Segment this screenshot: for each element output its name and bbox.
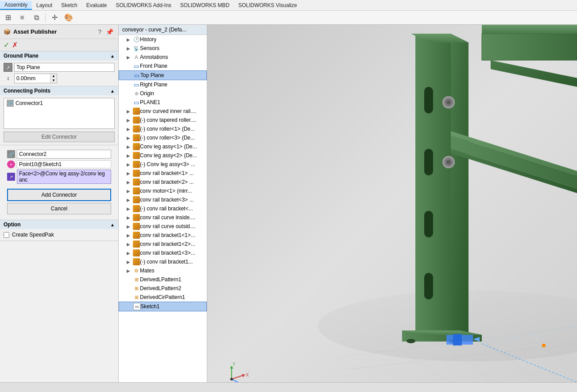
option-section: Option ▲ Create SpeedPak — [0, 220, 118, 241]
comp2-label: (-) conv tapered roller.... — [140, 117, 196, 123]
spin-up-btn[interactable]: ▲ — [50, 74, 57, 78]
comp3-label: (-) conv roller<1> (De... — [140, 126, 195, 132]
status-bar — [0, 382, 577, 392]
tree-item-comp6[interactable]: ▶ Conv leg assy<2> (De... — [119, 151, 207, 160]
speedpak-checkbox[interactable] — [4, 232, 9, 238]
tree-item-pattern2[interactable]: ⊞ DerivedLPattern2 — [119, 284, 207, 293]
comp5-icon — [133, 143, 140, 150]
tree-item-sensors[interactable]: ▶ 📡 Sensors — [119, 44, 207, 53]
toolbar-plus-btn[interactable]: ✛ — [48, 12, 61, 24]
tree-item-mates[interactable]: ▶ ⚙ Mates — [119, 266, 207, 275]
tree-item-right-plane[interactable]: ▭ Right Plane — [119, 80, 207, 89]
pattern2-icon: ⊞ — [133, 285, 140, 292]
comp4-icon — [133, 134, 140, 141]
tree-item-comp5[interactable]: ▶ Conv leg assy<1> (De... — [119, 142, 207, 151]
tree-item-comp12[interactable]: ▶ (-) conv rail bracket<... — [119, 204, 207, 213]
comp3-icon — [133, 125, 140, 132]
comp13-icon — [133, 214, 140, 221]
comp4-label: (-) conv roller<3> (De... — [140, 135, 195, 141]
front-plane-icon: ▭ — [133, 62, 140, 70]
menu-sketch[interactable]: Sketch — [57, 1, 82, 9]
comp9-arrow: ▶ — [127, 180, 133, 185]
connector2-name-input[interactable] — [17, 150, 111, 159]
add-connector-btn[interactable]: Add Connector — [7, 189, 111, 201]
tree-item-pattern1[interactable]: ⊞ DerivedLPattern1 — [119, 275, 207, 284]
confirm-icon[interactable]: ✓ — [4, 41, 9, 49]
menu-visualize[interactable]: SOLIDWORKS Visualize — [234, 1, 302, 9]
tree-item-comp2[interactable]: ▶ (-) conv tapered roller.... — [119, 116, 207, 124]
option-body: Create SpeedPak — [0, 229, 118, 241]
tree-item-comp15[interactable]: ▶ conv rail bracket1<1>... — [119, 231, 207, 240]
pattern3-label: DerivedCirPattern1 — [140, 294, 185, 300]
tree-item-comp7[interactable]: ▶ (-) Conv leg assy<3> ... — [119, 160, 207, 169]
tree-item-comp11[interactable]: ▶ conv rail bracket<3> ... — [119, 195, 207, 204]
comp9-icon — [133, 179, 140, 186]
comp2-icon — [133, 116, 140, 124]
tree-item-history[interactable]: ▶ 🕐 History — [119, 35, 207, 44]
tree-item-comp10[interactable]: ▶ conv motor<1> (mirr... — [119, 186, 207, 195]
front-plane-label: Front Plane — [140, 63, 167, 69]
tree-item-comp18[interactable]: ▶ (-) conv rail bracket1... — [119, 257, 207, 266]
tree-item-sketch1[interactable]: ▭ Sketch1 — [119, 302, 207, 311]
spin-down-btn[interactable]: ▼ — [50, 78, 57, 83]
speedpak-label: Create SpeedPak — [12, 232, 54, 238]
toolbar-color-btn[interactable]: 🎨 — [62, 12, 75, 24]
tree-item-comp14[interactable]: ▶ conv rail curve outsid.... — [119, 222, 207, 231]
option-header[interactable]: Option ▲ — [0, 220, 118, 229]
connector1-icon: 🔗 — [7, 100, 14, 107]
ground-plane-chevron: ▲ — [110, 54, 115, 58]
comp7-arrow: ▶ — [127, 162, 133, 167]
edit-connector-btn[interactable]: Edit Connector — [4, 132, 115, 142]
sketch1-label: Sketch1 — [140, 303, 159, 310]
pattern3-arrow — [127, 295, 133, 300]
origin-label: Origin — [140, 90, 154, 97]
sensors-label: Sensors — [140, 45, 159, 51]
tree-item-top-plane[interactable]: ▭ Top Plane — [119, 70, 207, 80]
comp8-icon — [133, 170, 140, 177]
cancel-connector-btn[interactable]: Cancel — [7, 203, 111, 214]
panel-pin-icon[interactable]: 📌 — [105, 28, 115, 36]
menu-evaluate[interactable]: Evaluate — [82, 1, 112, 9]
toolbar-list-btn[interactable]: ≡ — [16, 12, 28, 24]
tree-item-origin[interactable]: ⊕ Origin — [119, 89, 207, 98]
cancel-icon[interactable]: ✗ — [12, 41, 18, 49]
menu-mbd[interactable]: SOLIDWORKS MBD — [176, 1, 234, 9]
tree-item-comp4[interactable]: ▶ (-) conv roller<3> (De... — [119, 133, 207, 142]
tree-item-comp16[interactable]: ▶ conv rail bracket1<2>... — [119, 240, 207, 248]
tree-root[interactable]: conveyor - curve_2 (Defa... — [119, 25, 207, 35]
tree-item-comp1[interactable]: ▶ conv curved inner rail.... — [119, 107, 207, 116]
tree-item-front-plane[interactable]: ▭ Front Plane — [119, 62, 207, 70]
tree-item-comp8[interactable]: ▶ conv rail bracket<1> ... — [119, 169, 207, 178]
comp9-label: conv rail bracket<2> ... — [140, 179, 194, 185]
comp10-arrow: ▶ — [127, 189, 133, 194]
connecting-points-header[interactable]: Connecting Points ▲ — [0, 86, 118, 95]
tree-item-comp3[interactable]: ▶ (-) conv roller<1> (De... — [119, 124, 207, 133]
connector2-name-row: 🔗 — [4, 150, 115, 160]
tree-item-pattern3[interactable]: ⊞ DerivedCirPattern1 — [119, 293, 207, 302]
mates-arrow: ▶ — [127, 268, 133, 273]
comp15-icon — [133, 232, 140, 239]
toolbar-grid-btn[interactable]: ⊞ — [2, 12, 14, 24]
tree-item-annotations[interactable]: ▶ A Annotations — [119, 53, 207, 62]
ground-plane-input[interactable] — [14, 63, 115, 72]
connector1-item[interactable]: 🔗 Connector1 — [4, 98, 114, 108]
option-chevron: ▲ — [110, 222, 115, 227]
menu-assembly[interactable]: Assembly — [0, 1, 32, 10]
pattern1-icon: ⊞ — [133, 276, 140, 283]
tree-item-comp9[interactable]: ▶ conv rail bracket<2> ... — [119, 178, 207, 186]
viewport[interactable]: Z Y X — [207, 25, 577, 382]
menu-layout[interactable]: Layout — [32, 1, 57, 9]
tree-item-comp17[interactable]: ▶ conv rail bracket1<3>... — [119, 248, 207, 257]
menu-addins[interactable]: SOLIDWORKS Add-Ins — [111, 1, 175, 9]
ground-plane-header[interactable]: Ground Plane ▲ — [0, 51, 118, 60]
toolbar-copy-btn[interactable]: ⧉ — [30, 12, 43, 24]
tree-item-plane1[interactable]: ▭ PLANE1 — [119, 98, 207, 107]
svg-rect-9 — [424, 87, 433, 113]
offset-input[interactable] — [15, 74, 50, 82]
ground-plane-icon: ↗ — [4, 63, 12, 72]
comp8-arrow: ▶ — [127, 171, 133, 176]
panel-help-icon[interactable]: ? — [97, 28, 103, 36]
ground-plane-section: Ground Plane ▲ ↗ ↕ ▲ ▼ — [0, 51, 118, 86]
offset-input-wrap: ▲ ▼ — [14, 74, 57, 83]
tree-item-comp13[interactable]: ▶ conv rail curve inside.... — [119, 213, 207, 222]
